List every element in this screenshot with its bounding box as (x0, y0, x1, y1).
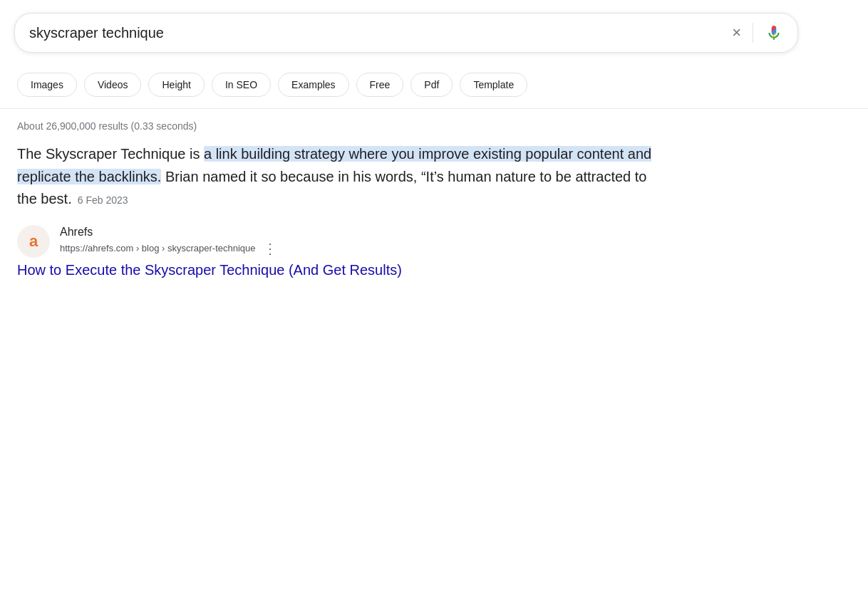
source-row: a Ahrefs https://ahrefs.com › blog › sky… (17, 225, 851, 258)
results-count: About 26,900,000 results (0.33 seconds) (17, 120, 851, 132)
filter-chips-row: Images Videos Height In SEO Examples Fre… (0, 66, 868, 109)
search-query[interactable]: skyscraper technique (29, 25, 732, 41)
chip-pdf[interactable]: Pdf (410, 73, 453, 97)
source-name: Ahrefs (60, 226, 277, 239)
search-bar-area: skyscraper technique × (0, 0, 868, 66)
source-options-icon[interactable]: ⋮ (263, 240, 277, 257)
results-area: About 26,900,000 results (0.33 seconds) … (0, 109, 868, 290)
snippet-date: 6 Feb 2023 (78, 194, 128, 206)
result-link[interactable]: How to Execute the Skyscraper Technique … (17, 262, 658, 278)
featured-snippet: The Skyscraper Technique is a link build… (17, 143, 658, 211)
source-url-row: https://ahrefs.com › blog › skyscraper-t… (60, 240, 277, 257)
search-icons: × (732, 23, 783, 43)
mic-icon[interactable] (765, 23, 783, 42)
chip-images[interactable]: Images (17, 73, 77, 97)
source-info: Ahrefs https://ahrefs.com › blog › skysc… (60, 226, 277, 257)
clear-icon[interactable]: × (732, 23, 741, 42)
search-divider (753, 23, 753, 43)
chip-template[interactable]: Template (460, 73, 527, 97)
snippet-text-before: The Skyscraper Technique is (17, 146, 204, 162)
source-favicon: a (17, 225, 50, 258)
chip-in-seo[interactable]: In SEO (212, 73, 271, 97)
source-url: https://ahrefs.com › blog › skyscraper-t… (60, 243, 256, 254)
chip-free[interactable]: Free (356, 73, 404, 97)
chip-height[interactable]: Height (148, 73, 204, 97)
search-bar[interactable]: skyscraper technique × (14, 13, 798, 53)
chip-examples[interactable]: Examples (278, 73, 348, 97)
chip-videos[interactable]: Videos (84, 73, 142, 97)
